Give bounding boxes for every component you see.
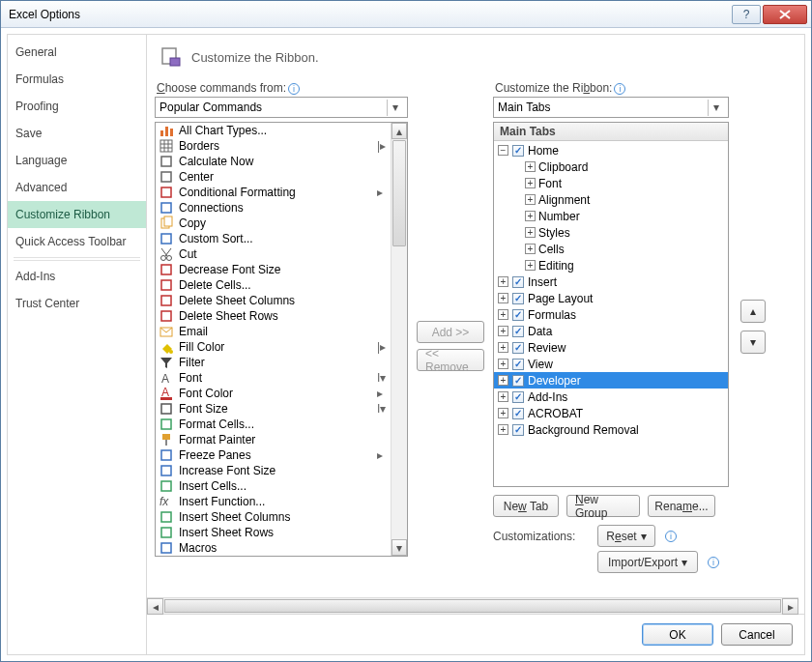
expand-toggle[interactable]: +: [525, 227, 536, 238]
sidebar-item-formulas[interactable]: Formulas: [8, 66, 146, 93]
scroll-left-button[interactable]: ◂: [147, 598, 163, 615]
expand-toggle[interactable]: +: [525, 260, 536, 271]
tab-acrobat[interactable]: +✓ACROBAT: [494, 405, 728, 421]
checkbox[interactable]: ✓: [512, 375, 524, 387]
command-conditional-formatting[interactable]: Conditional Formatting▸: [156, 185, 391, 200]
group-styles[interactable]: +Styles: [494, 224, 728, 241]
sidebar-item-language[interactable]: Language: [8, 147, 146, 174]
import-export-button[interactable]: Import/Export ▾: [597, 551, 698, 573]
tab-review[interactable]: +✓Review: [494, 339, 728, 356]
tab-developer[interactable]: +✓Developer: [494, 372, 728, 389]
scroll-right-button[interactable]: ▸: [782, 598, 798, 615]
cancel-button[interactable]: Cancel: [721, 623, 793, 646]
command-decrease-font-size[interactable]: Decrease Font Size: [156, 262, 391, 277]
sidebar-item-quick-access-toolbar[interactable]: Quick Access Toolbar: [8, 228, 146, 255]
info-icon[interactable]: i: [614, 83, 625, 95]
ribbon-tabs-dropdown[interactable]: Main Tabs ▾: [493, 97, 729, 118]
command-insert-sheet-columns[interactable]: Insert Sheet Columns: [156, 509, 391, 525]
expand-toggle[interactable]: +: [525, 211, 536, 221]
expand-toggle[interactable]: +: [498, 408, 508, 418]
expand-toggle[interactable]: −: [498, 145, 508, 156]
command-format-painter[interactable]: Format Painter: [156, 432, 391, 447]
tab-view[interactable]: +✓View: [494, 356, 728, 372]
checkbox[interactable]: ✓: [512, 342, 524, 354]
scrollbar-horizontal[interactable]: ◂ ▸: [147, 597, 798, 614]
scroll-up-button[interactable]: ▴: [392, 123, 407, 139]
command-delete-sheet-rows[interactable]: Delete Sheet Rows: [156, 308, 391, 324]
command-increase-font-size[interactable]: Increase Font Size: [156, 463, 391, 478]
checkbox[interactable]: ✓: [512, 309, 524, 321]
checkbox[interactable]: ✓: [512, 293, 524, 304]
command-all-chart-types-[interactable]: All Chart Types...: [156, 123, 391, 138]
group-clipboard[interactable]: +Clipboard: [494, 158, 728, 175]
help-button[interactable]: ?: [732, 5, 761, 24]
group-font[interactable]: +Font: [494, 175, 728, 191]
tab-formulas[interactable]: +✓Formulas: [494, 306, 728, 323]
scroll-thumb[interactable]: [164, 599, 781, 613]
info-icon[interactable]: i: [708, 557, 719, 568]
command-delete-sheet-columns[interactable]: Delete Sheet Columns: [156, 293, 391, 308]
command-cut[interactable]: Cut: [156, 246, 391, 262]
sidebar-item-add-ins[interactable]: Add-Ins: [8, 263, 146, 290]
expand-toggle[interactable]: +: [498, 309, 508, 320]
command-insert-function-[interactable]: fxInsert Function...: [156, 494, 391, 509]
expand-toggle[interactable]: +: [498, 293, 508, 303]
tab-page-layout[interactable]: +✓Page Layout: [494, 290, 728, 306]
expand-toggle[interactable]: +: [525, 161, 536, 172]
info-icon[interactable]: i: [288, 83, 300, 95]
reset-dropdown-button[interactable]: Reset ▾: [597, 525, 655, 547]
add-button[interactable]: Add >>: [417, 321, 484, 343]
command-format-cells-[interactable]: Format Cells...: [156, 417, 391, 432]
expand-toggle[interactable]: +: [498, 359, 508, 369]
choose-commands-dropdown[interactable]: Popular Commands ▾: [155, 97, 408, 118]
tab-home[interactable]: −✓Home: [494, 142, 728, 158]
expand-toggle[interactable]: +: [498, 391, 508, 402]
scroll-thumb[interactable]: [392, 140, 406, 246]
command-copy[interactable]: Copy: [156, 216, 391, 231]
move-down-button[interactable]: ▾: [740, 331, 766, 354]
command-font-color[interactable]: AFont Color▸: [156, 386, 391, 401]
group-alignment[interactable]: +Alignment: [494, 191, 728, 208]
expand-toggle[interactable]: +: [498, 375, 508, 386]
group-number[interactable]: +Number: [494, 208, 728, 224]
checkbox[interactable]: ✓: [512, 276, 524, 288]
group-editing[interactable]: +Editing: [494, 257, 728, 273]
checkbox[interactable]: ✓: [512, 391, 524, 403]
new-group-button[interactable]: New Group: [566, 495, 640, 517]
sidebar-item-customize-ribbon[interactable]: Customize Ribbon: [8, 201, 146, 228]
command-connections[interactable]: Connections: [156, 200, 391, 216]
new-tab-button[interactable]: New Tab: [493, 495, 559, 517]
scrollbar-vertical[interactable]: ▴ ▾: [391, 123, 407, 556]
sidebar-item-general[interactable]: General: [8, 39, 146, 66]
command-filter[interactable]: Filter: [156, 355, 391, 370]
scroll-down-button[interactable]: ▾: [392, 539, 407, 556]
command-font[interactable]: AFontI▾: [156, 370, 391, 386]
tab-data[interactable]: +✓Data: [494, 323, 728, 339]
command-borders[interactable]: Borders|▸: [156, 138, 391, 154]
command-fill-color[interactable]: Fill Color|▸: [156, 339, 391, 355]
checkbox[interactable]: ✓: [512, 424, 524, 436]
tab-background-removal[interactable]: +✓Background Removal: [494, 421, 728, 438]
ribbon-tree[interactable]: Main Tabs −✓Home+Clipboard+Font+Alignmen…: [493, 122, 729, 487]
expand-toggle[interactable]: +: [525, 194, 536, 205]
remove-button[interactable]: << Remove: [417, 349, 484, 371]
checkbox[interactable]: ✓: [512, 326, 524, 337]
info-icon[interactable]: i: [665, 531, 677, 542]
checkbox[interactable]: ✓: [512, 359, 524, 370]
command-center[interactable]: Center: [156, 169, 391, 185]
move-up-button[interactable]: ▴: [740, 300, 766, 323]
command-calculate-now[interactable]: Calculate Now: [156, 154, 391, 169]
expand-toggle[interactable]: +: [525, 178, 536, 188]
command-font-size[interactable]: Font SizeI▾: [156, 401, 391, 417]
expand-toggle[interactable]: +: [498, 326, 508, 336]
command-email[interactable]: Email: [156, 324, 391, 339]
sidebar-item-advanced[interactable]: Advanced: [8, 174, 146, 201]
command-delete-cells-[interactable]: Delete Cells...: [156, 277, 391, 293]
expand-toggle[interactable]: +: [498, 424, 508, 435]
close-button[interactable]: [763, 5, 807, 24]
command-macros[interactable]: Macros: [156, 540, 391, 556]
sidebar-item-save[interactable]: Save: [8, 120, 146, 147]
expand-toggle[interactable]: +: [525, 244, 536, 254]
group-cells[interactable]: +Cells: [494, 241, 728, 257]
command-insert-cells-[interactable]: Insert Cells...: [156, 478, 391, 494]
